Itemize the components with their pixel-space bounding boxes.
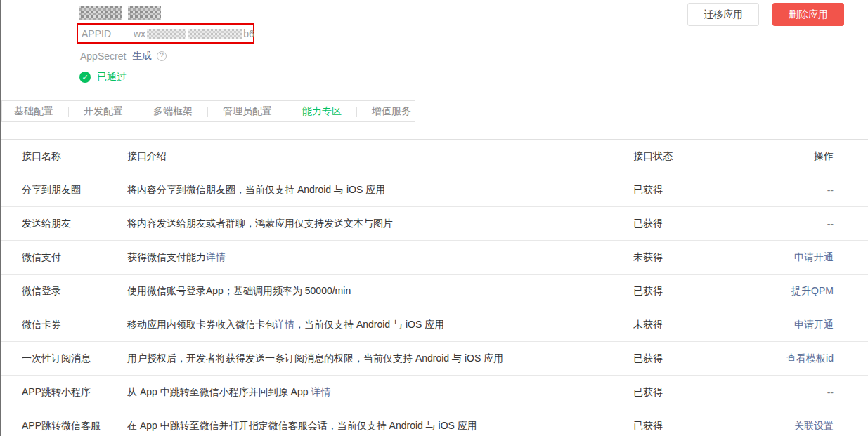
interface-status: 未获得 xyxy=(633,251,763,264)
appsecret-label: AppSecret xyxy=(80,51,132,62)
help-icon[interactable]: ? xyxy=(157,51,167,61)
delete-app-button[interactable]: 删除应用 xyxy=(772,3,844,26)
interface-name: 微信登录 xyxy=(22,285,127,298)
interface-name: 发送给朋友 xyxy=(22,218,127,230)
interface-action-cell: -- xyxy=(763,218,834,230)
interface-name: 一次性订阅消息 xyxy=(22,352,127,365)
check-circle-icon: ✓ xyxy=(79,72,91,83)
column-header-desc: 接口介绍 xyxy=(127,150,633,163)
wechat-open-platform-app-page: { "header": { "appid_label": "APPID", "a… xyxy=(0,0,868,436)
appid-suffix: b6 xyxy=(243,28,254,39)
app-header: APPID wx b6 AppSecret 生成 ? ✓ 已通过 xyxy=(77,6,254,84)
action-link[interactable]: 申请开通 xyxy=(794,251,834,263)
appid-prefix: wx xyxy=(134,28,145,39)
action-link[interactable]: 申请开通 xyxy=(794,319,834,330)
desc-text: 在 App 中跳转至微信并打开指定微信客服会话，当前仅支持 Android 与 … xyxy=(127,420,477,431)
redaction-block xyxy=(147,29,186,39)
detail-link[interactable]: 详情 xyxy=(275,319,294,330)
action-link[interactable]: 查看模板id xyxy=(786,352,834,364)
action-link[interactable]: 关联设置 xyxy=(794,420,834,431)
column-header-action: 操作 xyxy=(763,150,834,163)
detail-link[interactable]: 详情 xyxy=(206,251,226,263)
interface-status: 已获得 xyxy=(633,184,763,197)
interface-table-header: 接口名称 接口介绍 接口状态 操作 xyxy=(1,140,868,173)
no-action-dash: -- xyxy=(827,218,834,230)
interface-action-cell: 查看模板id xyxy=(763,352,834,365)
tab-item[interactable]: 基础配置 xyxy=(2,105,68,118)
table-row: APP跳转小程序从 App 中跳转至微信小程序并回到原 App 详情已获得-- xyxy=(1,376,868,409)
table-row: 发送给朋友将内容发送给朋友或者群聊，鸿蒙应用仅支持发送文本与图片已获得-- xyxy=(1,207,868,241)
interface-status: 已获得 xyxy=(633,352,763,365)
appid-value: wx b6 xyxy=(134,28,254,39)
redaction-block xyxy=(79,6,122,20)
interface-action-cell: 申请开通 xyxy=(763,251,834,264)
interface-name: 分享到朋友圈 xyxy=(22,184,127,197)
desc-text: 移动应用内领取卡券收入微信卡包 xyxy=(127,319,275,330)
interface-status: 已获得 xyxy=(633,420,763,432)
table-row: 一次性订阅消息用户授权后，开发者将获得发送一条订阅消息的权限，当前仅支持 And… xyxy=(1,342,868,376)
interface-status: 已获得 xyxy=(633,386,763,399)
appid-label: APPID xyxy=(82,28,134,39)
interface-name: APP跳转小程序 xyxy=(22,386,127,399)
desc-text: 用户授权后，开发者将获得发送一条订阅消息的权限，当前仅支持 Android 与 … xyxy=(127,352,503,364)
interface-desc: 移动应用内领取卡券收入微信卡包详情，当前仅支持 Android 与 iOS 应用 xyxy=(127,319,633,331)
tab-item[interactable]: 管理员配置 xyxy=(208,105,287,118)
interface-status: 未获得 xyxy=(633,319,763,331)
generate-appsecret-link[interactable]: 生成 xyxy=(132,50,152,62)
interface-desc: 将内容分享到微信朋友圈，当前仅支持 Android 与 iOS 应用 xyxy=(127,184,633,197)
table-row: 微信支付获得微信支付能力详情未获得申请开通 xyxy=(1,241,868,275)
appsecret-row: AppSecret 生成 ? xyxy=(77,50,254,62)
detail-link[interactable]: 详情 xyxy=(311,386,330,397)
interface-table: 接口名称 接口介绍 接口状态 操作 分享到朋友圈将内容分享到微信朋友圈，当前仅支… xyxy=(1,139,868,436)
interface-name: 微信支付 xyxy=(22,251,127,264)
interface-status: 已获得 xyxy=(633,285,763,298)
table-row: 微信登录使用微信账号登录App；基础调用频率为 50000/min已获得提升QP… xyxy=(1,275,868,308)
interface-action-cell: 提升QPM xyxy=(763,285,834,298)
desc-text: 将内容发送给朋友或者群聊，鸿蒙应用仅支持发送文本与图片 xyxy=(127,218,393,229)
appid-highlight-box: APPID wx b6 xyxy=(77,23,254,44)
approval-status: ✓ 已通过 xyxy=(77,71,254,84)
app-title-redacted xyxy=(79,6,254,20)
action-link[interactable]: 提升QPM xyxy=(791,285,834,296)
interface-action-cell: 申请开通 xyxy=(763,319,834,331)
interface-table-rows: 分享到朋友圈将内容分享到微信朋友圈，当前仅支持 Android 与 iOS 应用… xyxy=(1,173,868,436)
no-action-dash: -- xyxy=(827,387,834,398)
tab-item[interactable]: 开发配置 xyxy=(69,105,138,118)
no-action-dash: -- xyxy=(827,185,834,196)
top-actions: 迁移应用 删除应用 xyxy=(687,3,844,26)
interface-desc: 将内容发送给朋友或者群聊，鸿蒙应用仅支持发送文本与图片 xyxy=(127,218,633,230)
table-row: APP跳转微信客服在 App 中跳转至微信并打开指定微信客服会话，当前仅支持 A… xyxy=(1,409,868,436)
interface-desc: 获得微信支付能力详情 xyxy=(127,251,633,264)
interface-desc: 用户授权后，开发者将获得发送一条订阅消息的权限，当前仅支持 Android 与 … xyxy=(127,352,633,365)
desc-text: 从 App 中跳转至微信小程序并回到原 App xyxy=(127,386,311,397)
interface-name: APP跳转微信客服 xyxy=(22,420,127,432)
column-header-name: 接口名称 xyxy=(22,150,127,163)
interface-action-cell: 关联设置 xyxy=(763,420,834,432)
interface-name: 微信卡券 xyxy=(22,319,127,331)
desc-text: 使用微信账号登录App；基础调用频率为 50000/min xyxy=(127,285,351,296)
interface-desc: 使用微信账号登录App；基础调用频率为 50000/min xyxy=(127,285,633,298)
table-row: 微信卡券移动应用内领取卡券收入微信卡包详情，当前仅支持 Android 与 iO… xyxy=(1,308,868,342)
tab-item[interactable]: 增值服务 xyxy=(357,105,426,118)
column-header-status: 接口状态 xyxy=(633,150,763,163)
tab-item[interactable]: 能力专区 xyxy=(287,105,356,118)
tab-item[interactable]: 多端框架 xyxy=(138,105,207,118)
migrate-app-button[interactable]: 迁移应用 xyxy=(687,3,759,26)
interface-status: 已获得 xyxy=(633,218,763,230)
desc-text: 将内容分享到微信朋友圈，当前仅支持 Android 与 iOS 应用 xyxy=(127,184,385,195)
table-row: 分享到朋友圈将内容分享到微信朋友圈，当前仅支持 Android 与 iOS 应用… xyxy=(1,173,868,207)
redaction-block xyxy=(128,6,161,20)
approval-status-text: 已通过 xyxy=(97,71,127,84)
desc-text: ，当前仅支持 Android 与 iOS 应用 xyxy=(294,319,444,330)
interface-desc: 在 App 中跳转至微信并打开指定微信客服会话，当前仅支持 Android 与 … xyxy=(127,420,633,432)
config-tab-bar: 基础配置开发配置多端框架管理员配置能力专区增值服务 xyxy=(1,100,415,122)
interface-action-cell: -- xyxy=(763,185,834,196)
redaction-block xyxy=(188,29,242,39)
desc-text: 获得微信支付能力 xyxy=(127,251,206,263)
interface-desc: 从 App 中跳转至微信小程序并回到原 App 详情 xyxy=(127,386,633,399)
interface-action-cell: -- xyxy=(763,387,834,398)
